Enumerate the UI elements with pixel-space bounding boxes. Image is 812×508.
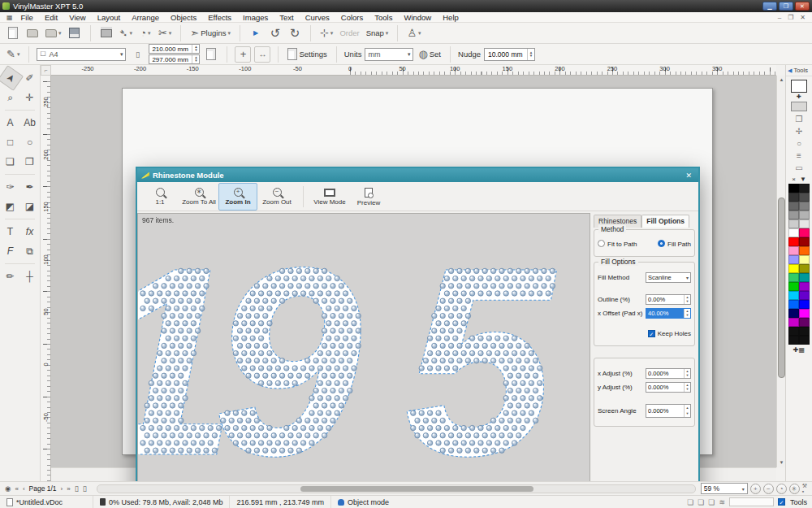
palette-swatch[interactable] [799,228,810,237]
maximize-button[interactable]: ❒ [779,2,793,11]
line-style-icon[interactable]: ≡ [786,151,812,160]
nudge-input[interactable]: 10.000 mm ▲▼ [484,48,535,61]
zoom-to-all-button[interactable]: ∗ Zoom To All [179,183,218,211]
palette-swatch[interactable] [788,336,799,345]
rhinestone-preview[interactable]: 967 items. [137,213,590,484]
no-color-icon[interactable]: × [792,176,796,183]
palette-swatch[interactable] [799,246,810,255]
export-button[interactable]: ◔▾ [137,25,153,41]
stroke-color-swatch[interactable] [791,102,807,111]
palette-swatch[interactable] [788,219,799,228]
palette-swatch[interactable] [799,264,810,273]
save-button[interactable] [67,25,83,41]
menu-colors[interactable]: Colors [341,13,363,22]
fit-page-button[interactable]: ↔ [254,46,270,63]
menu-images[interactable]: Images [243,13,268,22]
spray-icon[interactable]: ✢ [786,127,812,136]
palette-swatch[interactable] [788,282,799,291]
prev-page-button[interactable]: ‹ [23,485,25,493]
screen-angle-input[interactable]: 0.000%▲▼ [646,404,691,418]
duplicate-tool[interactable]: ⧉ [21,241,39,261]
page-preset-select[interactable]: ☐ A4 ▾ [37,48,126,61]
node-edit-tool[interactable]: ✐ [21,68,39,88]
layer-icon-2[interactable]: ❏ [698,498,704,506]
menu-objects[interactable]: Objects [171,13,197,22]
palette-swatch[interactable] [788,246,799,255]
doc-minimize-button[interactable]: ‒ [778,14,781,21]
redo-button[interactable]: ↻ [287,25,303,41]
fill-path-radio[interactable]: Fill Path [658,240,691,248]
new-document-button[interactable] [5,25,21,41]
corner-mini-icons[interactable]: ⚒▪ [802,483,809,494]
duplicate-page-icon[interactable]: ▯ [83,484,87,493]
palette-swatch[interactable] [799,336,810,345]
outline-input[interactable]: 0.00% ▲▼ [646,294,691,305]
docker-collapse-icon[interactable]: ◀ [788,67,792,74]
menu-text[interactable]: Text [279,13,293,22]
fit-to-path-radio[interactable]: Fit to Path [598,240,637,248]
close-button[interactable]: ✕ [795,2,810,11]
paste-style-icon[interactable]: ❐ [786,115,812,124]
palette-swatch[interactable] [799,219,810,228]
layer-icon-3[interactable]: ❏ [708,498,715,506]
zoom-in-button[interactable]: + Zoom In [218,183,257,211]
horizontal-scrollbar[interactable] [97,484,696,493]
hscroll-thumb[interactable] [300,486,533,492]
effects-tool[interactable]: T [2,222,19,241]
palette-swatch[interactable] [799,202,810,211]
menu-layout[interactable]: Layout [97,13,121,22]
vertical-scrollbar[interactable]: ◀ ▲ ▼ [776,76,785,467]
menu-window[interactable]: Window [404,13,431,22]
palette-swatch[interactable] [788,300,799,309]
palette-swatch[interactable] [788,327,799,336]
effects-quick-icon[interactable]: ≋ [719,498,725,506]
settings-button[interactable]: Settings [286,46,328,63]
palette-swatch[interactable] [788,184,799,193]
add-page-button[interactable]: + [235,46,251,63]
open-button[interactable] [24,25,41,41]
rectangle-tool[interactable]: □ [2,132,19,152]
keep-holes-checkbox[interactable]: ✓Keep Holes [648,330,691,337]
palette-swatch[interactable] [799,237,810,246]
pen-tool[interactable]: ✑ [2,177,19,197]
pan-tool[interactable]: ✛ [21,88,39,107]
page-height-input[interactable]: 297.000 mm ▲▼ [149,54,200,64]
preview-button[interactable]: Preview [349,183,388,211]
palette-swatch[interactable] [788,237,799,246]
x-offset-input[interactable]: 40.00% ▲▼ [646,308,691,319]
palette-swatch[interactable] [799,273,810,282]
add-page-icon[interactable]: ▯ [75,484,79,493]
page-preview-icon[interactable]: ◉ [5,484,11,493]
control-menu-icon[interactable]: ▦ [6,14,13,21]
distort-tool[interactable]: ❐ [21,152,39,172]
palette-swatch[interactable] [788,264,799,273]
draw-tool-button[interactable]: ✎▾ [5,46,21,63]
palette-swatch[interactable] [788,211,799,219]
shapes-tool[interactable]: ❏ [2,152,19,172]
zoom-out-button[interactable]: − Zoom Out [257,183,296,211]
blank-page-icon[interactable] [203,46,219,63]
cutter-button[interactable]: ✂▾ [157,25,173,41]
menu-view[interactable]: View [69,13,85,22]
menu-help[interactable]: Help [443,13,459,22]
palette-swatch[interactable] [788,193,799,202]
last-page-button[interactable]: » [67,485,70,493]
text-frame-tool[interactable]: Ab [21,113,39,132]
next-page-button[interactable]: › [61,485,63,493]
dialog-title-bar[interactable]: Rhinestone Module ✕ [137,168,698,182]
ellipse-style-icon[interactable]: ○ [786,139,812,148]
doc-close-button[interactable]: ✕ [800,14,806,21]
play-button[interactable]: ▶ [248,25,264,41]
palette-swatch[interactable] [788,255,799,264]
page-width-input[interactable]: 210.000 mm ▲▼ [149,44,200,54]
y-adjust-input[interactable]: 0.000%▲▼ [646,382,691,393]
add-palette-icon[interactable]: ✚▦ [786,346,812,354]
menu-file[interactable]: File [21,13,33,22]
horizontal-ruler[interactable]: -250-200-150-100-50050100150200250300350 [51,65,776,76]
order-button[interactable]: Order [338,25,361,41]
menu-tools[interactable]: Tools [374,13,392,22]
add-fill-icon[interactable]: ✚ [786,93,812,100]
text-tool[interactable]: A [2,113,19,132]
fill-tool[interactable]: ◩ [2,197,19,216]
palette-swatch[interactable] [799,184,810,193]
